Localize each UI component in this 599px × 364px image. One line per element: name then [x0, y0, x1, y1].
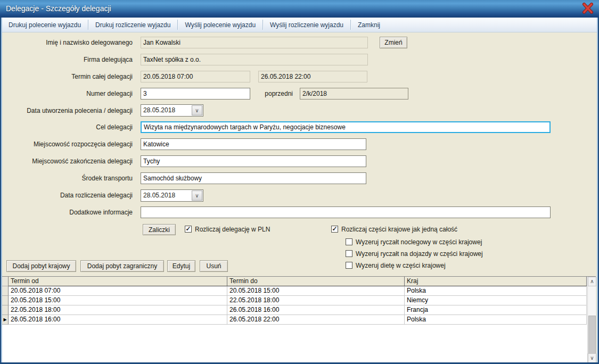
- cell-termin-od[interactable]: 26.05.2018 16:00: [9, 315, 227, 325]
- vertical-scrollbar[interactable]: ∧ ∨: [587, 277, 596, 363]
- delegate-name-field: [141, 37, 368, 48]
- previous-number-label: poprzedni: [229, 88, 293, 100]
- checkbox-domestic-as-whole[interactable]: ✓: [331, 226, 338, 233]
- row-selector-gutter[interactable]: [2, 296, 9, 305]
- checkbox-zero-commute-label: Wyzeruj ryczałt na dojazdy w części kraj…: [356, 250, 483, 258]
- chevron-down-icon[interactable]: ∨: [192, 105, 202, 115]
- settlement-date-combobox[interactable]: 28.05.2018 ∨: [141, 189, 203, 202]
- term-from-field: [141, 71, 250, 82]
- toolbar-print-order-button[interactable]: Drukuj polecenie wyjazdu: [2, 18, 88, 32]
- settlement-date-value: 28.05.2018: [143, 190, 175, 201]
- additional-info-label: Dodatkowe informacje: [0, 206, 133, 218]
- close-button[interactable]: [581, 3, 595, 15]
- close-icon: [581, 3, 594, 14]
- chevron-down-icon: ∨: [590, 355, 594, 361]
- cell-termin-od[interactable]: 20.05.2018 07:00: [9, 286, 227, 296]
- checkbox-domestic-as-whole-label: Rozliczaj części krajowe jak jedną całoś…: [341, 226, 457, 233]
- company-label: Firma delegująca: [0, 54, 133, 65]
- purpose-label: Cel delegacji: [0, 121, 133, 133]
- window-title: Delegacje - Szczegóły delegacji: [6, 0, 111, 18]
- cell-kraj[interactable]: Francja: [405, 305, 587, 315]
- toolbar-print-settlement-button[interactable]: Drukuj rozliczenie wyjazdu: [88, 18, 177, 32]
- cell-termin-do[interactable]: 20.05.2018 15:00: [227, 286, 405, 296]
- transport-label: Środek transportu: [0, 172, 133, 184]
- window-border-right-inner: [597, 18, 598, 362]
- term-label: Termin całej delegacji: [0, 71, 133, 82]
- row-pointer-icon[interactable]: ▶: [2, 315, 9, 325]
- titlebar[interactable]: Delegacje - Szczegóły delegacji: [0, 0, 599, 18]
- company-field: [141, 54, 368, 65]
- cell-termin-od[interactable]: 22.05.2018 18:00: [9, 305, 227, 315]
- add-domestic-stay-button[interactable]: Dodaj pobyt krajowy: [6, 260, 76, 272]
- checkbox-settle-pln-label: Rozliczaj delegację w PLN: [195, 226, 270, 233]
- toolbar-send-order-button[interactable]: Wyślij polecenie wyjazdu: [178, 18, 262, 32]
- checkbox-settle-pln[interactable]: ✓: [185, 226, 192, 233]
- checkbox-zero-lodging[interactable]: [346, 238, 352, 245]
- toolbar: Drukuj polecenie wyjazdu Drukuj rozlicze…: [1, 18, 598, 32]
- start-city-label: Miejscowość rozpoczęcia delegacji: [0, 138, 133, 150]
- checkbox-zero-diet-label: Wyzeruj dietę w części krajowej: [356, 262, 446, 269]
- window-border-left-inner: [1, 18, 2, 362]
- creation-date-value: 28.05.2018: [143, 105, 175, 116]
- cell-termin-do[interactable]: 22.05.2018 18:00: [227, 296, 405, 305]
- delegate-name-label: Imię i nazwisko delegowanego: [0, 37, 133, 48]
- additional-info-field[interactable]: [141, 206, 551, 218]
- toolbar-send-settlement-button[interactable]: Wyślij rozliczenie wyjazdu: [263, 18, 350, 32]
- start-city-field[interactable]: [141, 138, 366, 150]
- checkbox-zero-diet[interactable]: [346, 262, 352, 269]
- creation-date-label: Data utworzenia polecenia / delegacji: [0, 105, 133, 117]
- row-selector-gutter[interactable]: [2, 286, 9, 296]
- scroll-up-button[interactable]: ∧: [588, 277, 596, 286]
- column-header-termin-do[interactable]: Termin do: [227, 277, 405, 286]
- scroll-down-button[interactable]: ∨: [588, 353, 596, 363]
- term-to-field: [258, 71, 367, 82]
- add-foreign-stay-button[interactable]: Dodaj pobyt zagraniczny: [80, 260, 164, 272]
- cell-termin-od[interactable]: 20.05.2018 15:00: [9, 296, 227, 305]
- advances-button[interactable]: Zaliczki: [143, 224, 176, 235]
- delegation-details-window: Delegacje - Szczegóły delegacji Drukuj p…: [0, 0, 599, 364]
- cell-kraj[interactable]: Niemcy: [405, 296, 587, 305]
- edit-stay-button[interactable]: Edytuj: [167, 260, 195, 272]
- change-button[interactable]: Zmień: [380, 37, 407, 48]
- end-city-label: Miejscowość zakończenia delegacji: [0, 155, 133, 167]
- chevron-up-icon: ∧: [590, 278, 594, 284]
- chevron-down-icon[interactable]: ∨: [192, 191, 202, 201]
- transport-field[interactable]: [141, 172, 366, 184]
- delete-stay-button[interactable]: Usuń: [200, 260, 228, 272]
- cell-termin-do[interactable]: 26.05.2018 22:00: [227, 315, 405, 325]
- checkbox-zero-lodging-label: Wyzeruj ryczałt noclegowy w części krajo…: [356, 238, 482, 246]
- previous-number-field: [300, 88, 408, 100]
- creation-date-combobox[interactable]: 28.05.2018 ∨: [141, 104, 203, 117]
- column-header-gutter: [2, 277, 9, 286]
- stays-table: Termin od Termin do Kraj 20.05.2018 07:0…: [2, 276, 596, 362]
- checkbox-zero-commute[interactable]: [346, 250, 352, 257]
- column-header-kraj[interactable]: Kraj: [405, 277, 587, 286]
- delegation-number-label: Numer delegacji: [0, 88, 133, 100]
- purpose-field[interactable]: [141, 121, 551, 133]
- settlement-date-label: Data rozliczenia delegacji: [0, 189, 133, 201]
- column-header-termin-od[interactable]: Termin od: [9, 277, 227, 286]
- cell-kraj[interactable]: Polska: [405, 315, 587, 325]
- cell-termin-do[interactable]: 26.05.2018 16:00: [227, 305, 405, 315]
- scrollbar-thumb[interactable]: [588, 316, 596, 354]
- end-city-field[interactable]: [141, 155, 366, 167]
- row-selector-gutter[interactable]: [2, 305, 9, 315]
- cell-kraj[interactable]: Polska: [405, 286, 587, 296]
- toolbar-close-button[interactable]: Zamknij: [351, 18, 387, 32]
